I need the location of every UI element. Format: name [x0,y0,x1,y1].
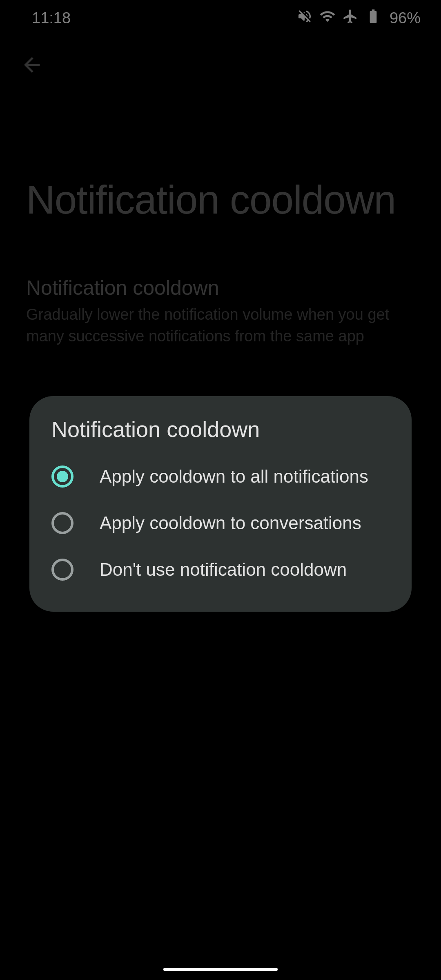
dialog-title: Notification cooldown [29,416,412,453]
dialog: Notification cooldown Apply cooldown to … [29,396,412,612]
radio-option-none[interactable]: Don't use notification cooldown [29,546,412,593]
radio-label: Apply cooldown to conversations [100,513,361,533]
radio-label: Apply cooldown to all notifications [100,466,368,487]
radio-unchecked-icon [51,512,74,534]
radio-option-conversations[interactable]: Apply cooldown to conversations [29,500,412,546]
radio-unchecked-icon [51,559,74,581]
radio-label: Don't use notification cooldown [100,559,347,580]
radio-option-all[interactable]: Apply cooldown to all notifications [29,453,412,500]
radio-checked-icon [51,466,74,488]
nav-handle[interactable] [163,968,278,971]
